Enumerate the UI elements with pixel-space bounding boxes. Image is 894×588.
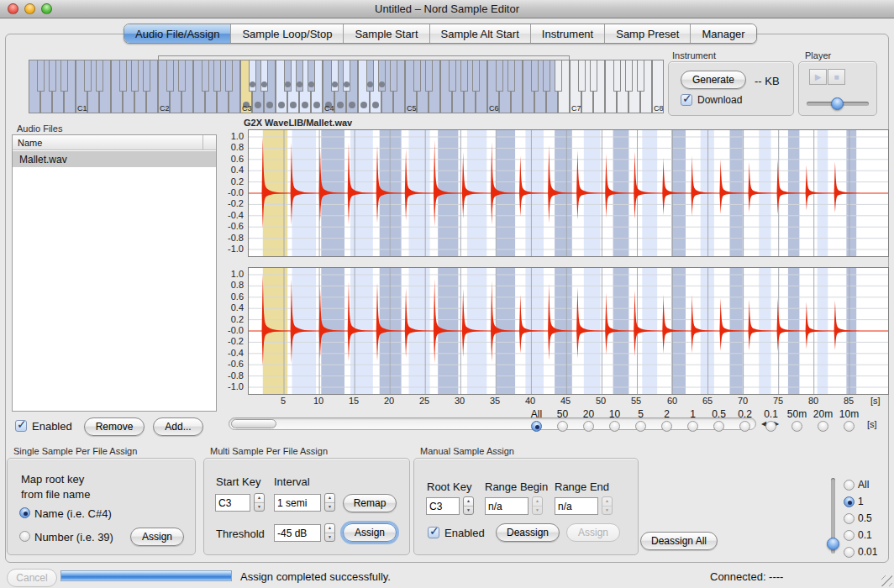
key-ds3[interactable] [260,60,268,92]
single-assign-button[interactable]: Assign [130,528,184,546]
cancel-button[interactable]: Cancel [7,569,57,587]
tab-sample-loop-stop[interactable]: Sample Loop/Stop [230,24,343,43]
tab-manager[interactable]: Manager [690,24,755,43]
zoom-radio-20[interactable] [583,421,594,432]
key-fs7[interactable] [613,60,621,92]
zoom-radio-10m[interactable] [844,421,855,432]
tab-audio-file-assign[interactable]: Audio File/Assign [124,24,230,43]
remove-button[interactable]: Remove [84,417,145,436]
key-c8[interactable]: C8 [652,60,664,113]
key-as6[interactable] [555,60,562,92]
key-cs2[interactable] [166,60,174,92]
key-cs5[interactable] [413,60,421,92]
key-gs6[interactable] [543,60,550,92]
key-as2[interactable] [225,60,233,92]
waveform-channel-2[interactable] [248,267,889,395]
zoom-radio-0_5[interactable] [713,421,724,432]
key-fs0[interactable] [37,60,45,92]
grid-radio-1[interactable] [844,496,855,507]
key-cs7[interactable] [578,60,586,92]
zoom-radio-50[interactable] [557,421,568,432]
tab-sample-alt-start[interactable]: Sample Alt Start [429,24,530,43]
key-as7[interactable] [637,60,644,92]
manual-enabled-checkbox[interactable]: ✓ [428,527,439,538]
grid-radio-all[interactable] [844,480,855,491]
grid-radio-0_01[interactable] [844,547,855,558]
key-as5[interactable] [472,60,480,92]
add-button[interactable]: Add... [153,417,203,436]
key-as4[interactable] [390,60,397,92]
number-radio[interactable] [19,531,30,542]
threshold-field[interactable] [274,524,321,542]
key-cs4[interactable] [331,60,339,92]
player-volume-knob[interactable] [831,97,844,110]
key-fs5[interactable] [449,60,456,92]
key-gs3[interactable] [296,60,303,92]
key-ds7[interactable] [590,60,597,92]
range-begin-stepper[interactable]: ▲▼ [532,496,543,515]
key-fs2[interactable] [202,60,209,92]
zoom-radio-50m[interactable] [791,421,802,432]
audio-file-row[interactable]: Mallet.wav [13,151,216,167]
key-gs5[interactable] [460,60,468,92]
key-as0[interactable] [60,60,68,92]
interval-field[interactable] [274,494,321,512]
grid-radio-0_5[interactable] [844,513,855,524]
key-cs6[interactable] [496,60,503,92]
minimize-window-icon[interactable] [24,3,35,14]
file-enabled-checkbox[interactable]: ✓ [15,420,27,432]
key-gs1[interactable] [131,60,139,92]
manual-assign-button[interactable]: Assign [566,523,620,542]
scrollbar-thumb[interactable] [231,419,276,428]
deassign-all-button[interactable]: Deassign All [640,532,718,550]
zoom-radio-2[interactable] [661,421,672,432]
close-window-icon[interactable] [8,3,18,14]
zoom-radio-5[interactable] [635,421,646,432]
start-key-stepper[interactable]: ▲▼ [254,493,265,512]
key-ds1[interactable] [96,60,103,92]
deassign-button[interactable]: Deassign [496,523,560,542]
zoom-radio-0_2[interactable] [739,421,750,432]
zoom-radio-1[interactable] [687,421,698,432]
resize-grip-icon[interactable] [881,575,892,586]
tab-sample-start[interactable]: Sample Start [343,24,429,43]
root-key-field[interactable] [426,497,460,515]
key-as3[interactable] [308,60,315,92]
remap-button[interactable]: Remap [343,494,397,512]
multi-assign-button[interactable]: Assign [343,523,397,542]
key-gs0[interactable] [49,60,56,92]
play-button[interactable]: ▶ [809,69,827,85]
key-fs1[interactable] [119,60,127,92]
audio-files-header[interactable]: Name [13,135,216,150]
key-gs7[interactable] [625,60,633,92]
waveform-channel-1[interactable] [248,129,889,257]
generate-button[interactable]: Generate [681,71,746,89]
start-key-field[interactable] [215,494,250,512]
tab-samp-preset[interactable]: Samp Preset [604,24,690,43]
range-begin-field[interactable] [485,497,529,515]
grid-scale-slider-knob[interactable] [827,538,839,550]
audio-files-list[interactable]: Name Mallet.wav [12,134,217,412]
stop-button[interactable]: ■ [828,69,845,85]
key-ds5[interactable] [425,60,433,92]
key-ds2[interactable] [178,60,186,92]
interval-stepper[interactable]: ▲▼ [324,493,335,512]
key-fs3[interactable] [284,60,292,92]
key-gs4[interactable] [378,60,386,92]
key-gs2[interactable] [213,60,221,92]
range-end-field[interactable] [555,497,598,515]
threshold-stepper[interactable]: ▲▼ [324,523,335,542]
key-as1[interactable] [143,60,150,92]
download-checkbox[interactable]: ✓ [681,94,692,106]
range-end-stepper[interactable]: ▲▼ [602,496,613,515]
name-radio[interactable] [19,507,30,518]
zoom-radio-all[interactable] [531,421,542,432]
zoom-radio-20m[interactable] [818,421,828,432]
name-column-header[interactable]: Name [13,138,202,148]
key-ds6[interactable] [507,60,515,92]
tab-instrument[interactable]: Instrument [530,24,604,43]
zoom-radio-10[interactable] [609,421,620,432]
root-key-stepper[interactable]: ▲▼ [463,496,474,515]
zoom-radio-0_1[interactable] [765,421,776,432]
zoom-window-icon[interactable] [41,3,52,14]
